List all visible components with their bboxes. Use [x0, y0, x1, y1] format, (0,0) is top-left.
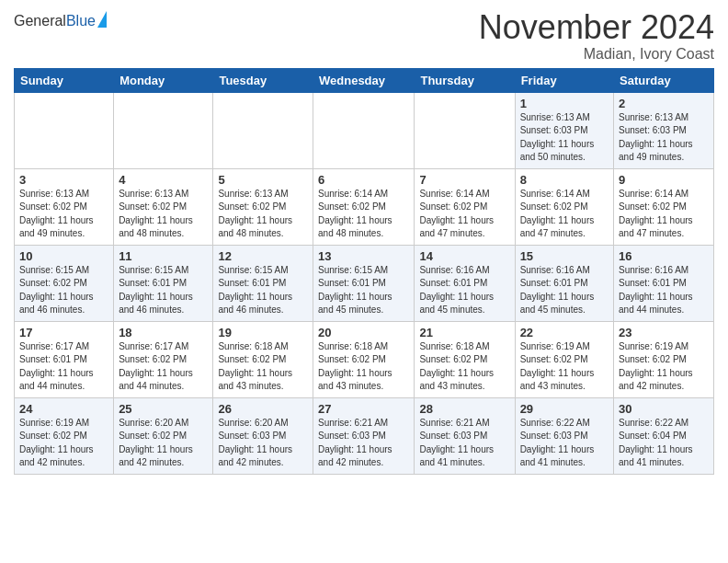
calendar-cell: 25Sunrise: 6:20 AM Sunset: 6:02 PM Dayli…	[114, 397, 213, 474]
calendar-body: 1Sunrise: 6:13 AM Sunset: 6:03 PM Daylig…	[15, 92, 714, 474]
location: Madian, Ivory Coast	[479, 46, 714, 63]
calendar-cell: 24Sunrise: 6:19 AM Sunset: 6:02 PM Dayli…	[15, 397, 114, 474]
calendar-cell: 27Sunrise: 6:21 AM Sunset: 6:03 PM Dayli…	[313, 397, 415, 474]
day-info: Sunrise: 6:16 AM Sunset: 6:01 PM Dayligh…	[520, 264, 609, 317]
day-number: 26	[218, 402, 308, 416]
day-info: Sunrise: 6:20 AM Sunset: 6:02 PM Dayligh…	[119, 417, 208, 470]
day-number: 28	[419, 402, 509, 416]
day-info: Sunrise: 6:22 AM Sunset: 6:03 PM Dayligh…	[520, 417, 609, 470]
logo-triangle-icon	[97, 11, 107, 28]
header: GeneralBlue November 2024 Madian, Ivory …	[14, 9, 714, 63]
calendar-cell: 22Sunrise: 6:19 AM Sunset: 6:02 PM Dayli…	[515, 321, 613, 397]
calendar-cell	[15, 92, 114, 168]
calendar-cell: 13Sunrise: 6:15 AM Sunset: 6:01 PM Dayli…	[313, 245, 415, 321]
calendar-cell: 4Sunrise: 6:13 AM Sunset: 6:02 PM Daylig…	[114, 168, 213, 245]
day-number: 14	[419, 249, 509, 263]
day-info: Sunrise: 6:15 AM Sunset: 6:02 PM Dayligh…	[19, 264, 108, 317]
day-info: Sunrise: 6:13 AM Sunset: 6:03 PM Dayligh…	[619, 111, 709, 165]
day-number: 6	[318, 173, 409, 187]
day-info: Sunrise: 6:13 AM Sunset: 6:02 PM Dayligh…	[119, 188, 208, 241]
day-number: 21	[419, 326, 509, 339]
calendar-cell: 9Sunrise: 6:14 AM Sunset: 6:02 PM Daylig…	[614, 168, 714, 245]
weekday-row: SundayMondayTuesdayWednesdayThursdayFrid…	[15, 68, 714, 92]
day-number: 19	[218, 326, 308, 339]
calendar-cell: 6Sunrise: 6:14 AM Sunset: 6:02 PM Daylig…	[313, 168, 415, 245]
day-number: 2	[619, 97, 709, 110]
day-info: Sunrise: 6:16 AM Sunset: 6:01 PM Dayligh…	[419, 264, 509, 317]
day-info: Sunrise: 6:21 AM Sunset: 6:03 PM Dayligh…	[318, 417, 409, 470]
calendar-header: SundayMondayTuesdayWednesdayThursdayFrid…	[15, 68, 714, 92]
day-info: Sunrise: 6:19 AM Sunset: 6:02 PM Dayligh…	[520, 340, 609, 394]
day-number: 16	[619, 249, 709, 263]
day-info: Sunrise: 6:21 AM Sunset: 6:03 PM Dayligh…	[419, 417, 509, 470]
day-number: 13	[318, 249, 409, 263]
day-number: 3	[19, 173, 108, 187]
weekday-friday: Friday	[515, 68, 613, 92]
page: GeneralBlue November 2024 Madian, Ivory …	[0, 0, 728, 488]
logo-blue: Blue	[66, 13, 96, 29]
calendar-cell	[114, 92, 213, 168]
calendar-cell: 12Sunrise: 6:15 AM Sunset: 6:01 PM Dayli…	[213, 245, 313, 321]
day-number: 22	[520, 326, 609, 339]
calendar-cell	[213, 92, 313, 168]
calendar-week-5: 24Sunrise: 6:19 AM Sunset: 6:02 PM Dayli…	[15, 397, 714, 474]
day-number: 29	[520, 402, 609, 416]
day-number: 23	[619, 326, 709, 339]
day-info: Sunrise: 6:15 AM Sunset: 6:01 PM Dayligh…	[318, 264, 409, 317]
weekday-saturday: Saturday	[614, 68, 714, 92]
day-number: 20	[318, 326, 409, 339]
day-number: 10	[19, 249, 108, 263]
day-info: Sunrise: 6:20 AM Sunset: 6:03 PM Dayligh…	[218, 417, 308, 470]
calendar-cell: 20Sunrise: 6:18 AM Sunset: 6:02 PM Dayli…	[313, 321, 415, 397]
weekday-wednesday: Wednesday	[313, 68, 415, 92]
day-info: Sunrise: 6:15 AM Sunset: 6:01 PM Dayligh…	[218, 264, 308, 317]
calendar-cell: 5Sunrise: 6:13 AM Sunset: 6:02 PM Daylig…	[213, 168, 313, 245]
day-number: 15	[520, 249, 609, 263]
day-number: 11	[119, 249, 208, 263]
day-info: Sunrise: 6:13 AM Sunset: 6:03 PM Dayligh…	[520, 111, 609, 165]
calendar-cell: 8Sunrise: 6:14 AM Sunset: 6:02 PM Daylig…	[515, 168, 613, 245]
weekday-monday: Monday	[114, 68, 213, 92]
calendar-cell: 18Sunrise: 6:17 AM Sunset: 6:02 PM Dayli…	[114, 321, 213, 397]
weekday-thursday: Thursday	[415, 68, 515, 92]
month-title: November 2024	[479, 9, 714, 46]
day-info: Sunrise: 6:14 AM Sunset: 6:02 PM Dayligh…	[619, 188, 709, 241]
calendar-cell: 15Sunrise: 6:16 AM Sunset: 6:01 PM Dayli…	[515, 245, 613, 321]
day-number: 30	[619, 402, 709, 416]
day-info: Sunrise: 6:13 AM Sunset: 6:02 PM Dayligh…	[19, 188, 108, 241]
day-info: Sunrise: 6:18 AM Sunset: 6:02 PM Dayligh…	[419, 340, 509, 394]
calendar-cell: 21Sunrise: 6:18 AM Sunset: 6:02 PM Dayli…	[415, 321, 515, 397]
calendar-cell	[415, 92, 515, 168]
day-info: Sunrise: 6:14 AM Sunset: 6:02 PM Dayligh…	[419, 188, 509, 241]
day-info: Sunrise: 6:17 AM Sunset: 6:02 PM Dayligh…	[119, 340, 208, 394]
day-info: Sunrise: 6:18 AM Sunset: 6:02 PM Dayligh…	[218, 340, 308, 394]
day-number: 12	[218, 249, 308, 263]
calendar-cell: 11Sunrise: 6:15 AM Sunset: 6:01 PM Dayli…	[114, 245, 213, 321]
day-number: 7	[419, 173, 509, 187]
logo: GeneralBlue	[14, 13, 107, 29]
calendar-cell: 19Sunrise: 6:18 AM Sunset: 6:02 PM Dayli…	[213, 321, 313, 397]
calendar-cell: 30Sunrise: 6:22 AM Sunset: 6:04 PM Dayli…	[614, 397, 714, 474]
day-info: Sunrise: 6:19 AM Sunset: 6:02 PM Dayligh…	[19, 417, 108, 470]
day-number: 1	[520, 97, 609, 110]
calendar-cell	[313, 92, 415, 168]
day-info: Sunrise: 6:14 AM Sunset: 6:02 PM Dayligh…	[520, 188, 609, 241]
calendar-cell: 23Sunrise: 6:19 AM Sunset: 6:02 PM Dayli…	[614, 321, 714, 397]
calendar-cell: 29Sunrise: 6:22 AM Sunset: 6:03 PM Dayli…	[515, 397, 613, 474]
calendar-cell: 2Sunrise: 6:13 AM Sunset: 6:03 PM Daylig…	[614, 92, 714, 168]
calendar-week-1: 1Sunrise: 6:13 AM Sunset: 6:03 PM Daylig…	[15, 92, 714, 168]
day-number: 4	[119, 173, 208, 187]
weekday-sunday: Sunday	[15, 68, 114, 92]
day-info: Sunrise: 6:22 AM Sunset: 6:04 PM Dayligh…	[619, 417, 709, 470]
calendar-cell: 26Sunrise: 6:20 AM Sunset: 6:03 PM Dayli…	[213, 397, 313, 474]
day-info: Sunrise: 6:14 AM Sunset: 6:02 PM Dayligh…	[318, 188, 409, 241]
day-number: 27	[318, 402, 409, 416]
day-number: 8	[520, 173, 609, 187]
calendar-cell: 10Sunrise: 6:15 AM Sunset: 6:02 PM Dayli…	[15, 245, 114, 321]
logo-text: GeneralBlue	[14, 13, 96, 29]
day-number: 17	[19, 326, 108, 339]
calendar-cell: 3Sunrise: 6:13 AM Sunset: 6:02 PM Daylig…	[15, 168, 114, 245]
day-number: 5	[218, 173, 308, 187]
day-info: Sunrise: 6:17 AM Sunset: 6:01 PM Dayligh…	[19, 340, 108, 394]
calendar-week-4: 17Sunrise: 6:17 AM Sunset: 6:01 PM Dayli…	[15, 321, 714, 397]
